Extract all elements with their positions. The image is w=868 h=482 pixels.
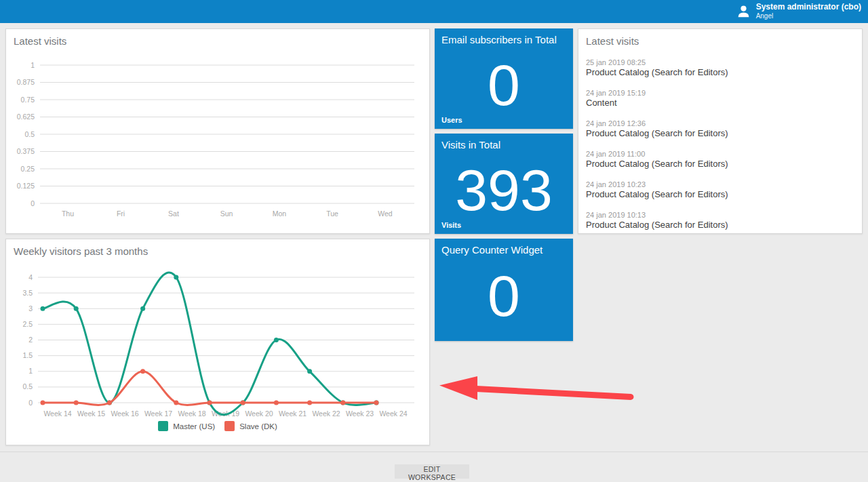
svg-text:0.875: 0.875 [17, 78, 35, 86]
visit-label: Product Catalog (Search for Editors) [586, 159, 855, 169]
list-item: 25 jan 2019 08:25Product Catalog (Search… [586, 58, 855, 78]
svg-text:Week 14: Week 14 [43, 409, 71, 418]
visit-timestamp: 24 jan 2019 15:19 [586, 88, 855, 98]
svg-text:0.625: 0.625 [17, 113, 35, 121]
latest-visits-chart-canvas: 10.8750.750.6250.50.3750.250.1250ThuFriS… [6, 29, 429, 233]
tile-email-subscribers: Email subscribers in Total 0 Users [435, 28, 573, 129]
svg-text:0: 0 [31, 199, 35, 207]
svg-text:0.375: 0.375 [17, 147, 35, 155]
legend-item[interactable]: Master (US) [158, 421, 215, 431]
svg-text:Sun: Sun [220, 209, 233, 218]
legend-label: Master (US) [173, 422, 215, 430]
legend-item[interactable]: Slave (DK) [224, 421, 277, 431]
legend-swatch [224, 421, 235, 431]
visit-label: Product Catalog (Search for Editors) [586, 220, 855, 230]
svg-text:Wed: Wed [378, 209, 393, 218]
tile-query-counter: Query Counter Widget 0 [435, 239, 573, 341]
svg-text:Week 24: Week 24 [379, 409, 407, 418]
visit-timestamp: 24 jan 2019 10:13 [586, 210, 855, 220]
legend-label: Slave (DK) [239, 422, 277, 430]
svg-text:0.125: 0.125 [17, 182, 35, 190]
visit-timestamp: 24 jan 2019 10:23 [586, 180, 855, 189]
latest-visits-list-panel: Latest visits 25 jan 2019 08:25Product C… [578, 28, 863, 234]
user-name: System administrator (cbo) [756, 3, 861, 12]
tile-unit: Visits [441, 221, 461, 229]
svg-text:0.25: 0.25 [21, 165, 35, 173]
tile-value: 0 [435, 28, 573, 129]
svg-text:0.5: 0.5 [22, 382, 33, 390]
weekly-visitors-chart-canvas: 43.532.521.510.50Week 14Week 15Week 16We… [6, 239, 429, 445]
svg-text:Week 16: Week 16 [111, 409, 138, 418]
list-item: 24 jan 2019 12:36Product Catalog (Search… [586, 119, 855, 139]
visit-label: Product Catalog (Search for Editors) [586, 67, 855, 78]
legend-swatch [158, 421, 168, 431]
svg-text:0.75: 0.75 [21, 96, 35, 104]
svg-text:Week 20: Week 20 [245, 409, 273, 418]
chart-legend: Master (US)Slave (DK) [6, 421, 429, 431]
list-item: 24 jan 2019 10:13Product Catalog (Search… [586, 210, 855, 230]
visit-timestamp: 25 jan 2019 08:25 [586, 58, 855, 67]
edit-workspace-button[interactable]: EDIT WORKSPACE [395, 464, 469, 479]
svg-text:Week 17: Week 17 [144, 409, 172, 418]
visit-label: Product Catalog (Search for Editors) [586, 128, 855, 139]
visit-timestamp: 24 jan 2019 11:00 [586, 149, 855, 159]
svg-text:1: 1 [31, 61, 35, 69]
visit-label: Product Catalog (Search for Editors) [586, 189, 855, 200]
tile-value: 0 [435, 239, 573, 341]
svg-text:3.5: 3.5 [22, 289, 33, 297]
visit-timestamp: 24 jan 2019 12:36 [586, 119, 855, 128]
weekly-visitors-panel: Weekly visitors past 3 months 43.532.521… [5, 239, 430, 445]
svg-text:Week 18: Week 18 [178, 409, 205, 418]
svg-text:4: 4 [28, 273, 33, 281]
svg-text:2: 2 [28, 336, 33, 344]
list-item: 24 jan 2019 15:19Content [586, 88, 855, 108]
list-item: 24 jan 2019 10:23Product Catalog (Search… [586, 180, 855, 200]
svg-text:Thu: Thu [62, 209, 74, 218]
svg-text:0.5: 0.5 [24, 130, 35, 138]
svg-text:Sat: Sat [168, 209, 179, 218]
visit-list: 25 jan 2019 08:25Product Catalog (Search… [586, 58, 855, 241]
panel-title: Latest visits [586, 35, 639, 47]
latest-visits-chart-panel: Latest visits 10.8750.750.6250.50.3750.2… [5, 28, 430, 234]
user-subtitle: Angel [756, 12, 861, 20]
tile-visits-total: Visits in Total 393 Visits [435, 134, 573, 234]
top-header: System administrator (cbo) Angel [0, 0, 868, 23]
svg-text:Fri: Fri [117, 209, 125, 218]
svg-text:Week 22: Week 22 [312, 409, 340, 418]
list-item: 24 jan 2019 11:00Product Catalog (Search… [586, 149, 855, 169]
visit-label: Content [586, 98, 855, 108]
svg-text:Week 23: Week 23 [346, 409, 374, 418]
svg-text:Week 15: Week 15 [77, 409, 105, 418]
tile-unit: Users [441, 116, 462, 124]
svg-text:Week 21: Week 21 [279, 409, 307, 418]
svg-text:Tue: Tue [326, 209, 338, 218]
svg-text:0: 0 [28, 399, 33, 407]
svg-text:1.5: 1.5 [22, 351, 33, 359]
svg-text:2.5: 2.5 [22, 320, 33, 328]
svg-text:3: 3 [28, 304, 33, 313]
svg-text:Mon: Mon [273, 209, 287, 218]
user-icon [737, 5, 750, 18]
svg-text:1: 1 [28, 367, 33, 375]
tile-value: 393 [435, 134, 573, 234]
footer-divider [0, 451, 868, 452]
user-menu[interactable]: System administrator (cbo) Angel [737, 0, 861, 23]
